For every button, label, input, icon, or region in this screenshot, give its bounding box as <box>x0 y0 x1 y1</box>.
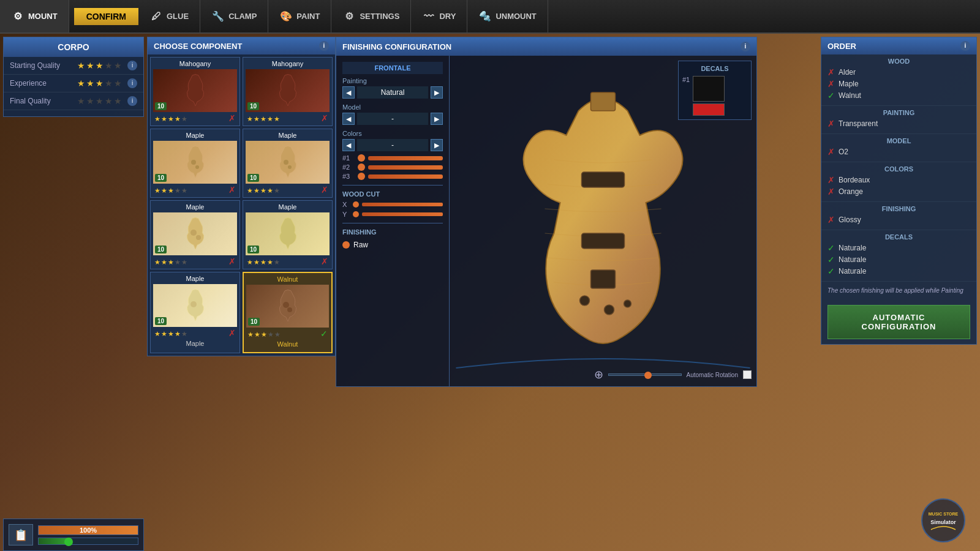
color1-bar <box>368 156 443 160</box>
svg-point-14 <box>624 300 631 307</box>
divider1 <box>342 185 443 186</box>
mount-icon: ⚙ <box>11 10 24 23</box>
finishing-raw-row: Raw <box>342 241 443 249</box>
woodcut-x-dot <box>353 201 359 208</box>
component-img-6: 10 <box>246 212 330 255</box>
final-quality-label: Final Quality <box>10 97 77 105</box>
rotation-track[interactable] <box>608 373 682 376</box>
painting-section-title: Painting <box>342 77 443 84</box>
starting-quality-row: Starting Quality ★ ★ ★ ★ ★ i <box>4 57 143 75</box>
color1-row: #1 <box>342 154 443 162</box>
alder-check-icon: ✗ <box>827 67 835 77</box>
svg-point-6 <box>190 301 197 307</box>
rotation-slider-dot[interactable] <box>644 372 652 379</box>
svg-point-7 <box>283 302 289 308</box>
nav-glue[interactable]: 🖊 GLUE <box>138 0 200 32</box>
svg-point-2 <box>284 160 288 165</box>
delete-icon-4[interactable]: ✗ <box>321 185 328 195</box>
painting-section: Painting ◀ Natural ▶ <box>342 77 443 99</box>
selected-icon-8: ✓ <box>320 329 328 339</box>
auto-config-button[interactable]: AUTOMATIC CONFIGURATION <box>827 305 970 339</box>
order-decal-naturale-2: ✓ Naturale <box>827 255 970 264</box>
svg-rect-11 <box>591 270 616 288</box>
order-info-btn[interactable]: i <box>960 41 970 51</box>
bordeaux-check-icon: ✗ <box>827 175 835 185</box>
woodcut-y-bar <box>362 212 443 216</box>
glossy-check-icon: ✗ <box>827 215 835 225</box>
delete-icon-1[interactable]: ✗ <box>228 113 236 123</box>
colors-prev-btn[interactable]: ◀ <box>342 139 355 151</box>
colors-section-title: Colors <box>342 130 443 137</box>
order-wood-section: WOOD ✗ Alder ✗ Maple ✓ Walnut <box>821 54 976 106</box>
guitar-mini-svg-3 <box>180 144 211 181</box>
final-quality-row: Final Quality ★ ★ ★ ★ ★ i <box>4 92 143 110</box>
frontale-label: FRONTALE <box>342 62 443 74</box>
nav-paint[interactable]: 🎨 PAINT <box>268 0 331 32</box>
color2-bar <box>368 165 443 170</box>
starting-quality-info[interactable]: i <box>127 61 137 70</box>
component-mahogany-2[interactable]: Mahogany 10 ★★★★★ ✗ <box>243 57 333 126</box>
nav-mount-label: MOUNT <box>28 12 58 21</box>
clamp-icon: 🔧 <box>211 10 225 23</box>
delete-icon-2[interactable]: ✗ <box>321 113 328 123</box>
nav-settings[interactable]: ⚙ SETTINGS <box>331 0 411 32</box>
order-painting-section: PAINTING ✗ Transparent <box>821 106 976 134</box>
svg-point-13 <box>605 305 614 315</box>
colors-next-btn[interactable]: ▶ <box>431 139 443 151</box>
component-maple-1[interactable]: Maple 10 ★★★★★ ✗ <box>150 129 240 198</box>
component-img-5: 10 <box>153 212 237 255</box>
component-mahogany-1[interactable]: Mahogany 10 ★★★★★ ✗ <box>150 57 240 126</box>
auto-rotation-checkbox[interactable] <box>743 370 752 379</box>
model-next-btn[interactable]: ▶ <box>431 113 443 125</box>
decals-box: DECALS #1 <box>678 61 752 120</box>
confirm-button[interactable]: CONFIRM <box>74 8 138 25</box>
model-section: Model ◀ - ▶ <box>342 103 443 125</box>
starting-quality-label: Starting Quality <box>10 61 77 70</box>
color2-num: #2 <box>342 163 355 171</box>
order-decal-naturale-1: ✓ Naturale <box>827 243 970 253</box>
corpo-header: CORPO <box>4 37 143 57</box>
component-maple-4[interactable]: Maple 10 ★★★★★ ✗ <box>243 200 333 269</box>
finishing-config-sidebar: FRONTALE Painting ◀ Natural ▶ Model ◀ - … <box>336 56 450 386</box>
color1-dot <box>358 154 365 162</box>
green-slider-dot[interactable] <box>64 538 73 546</box>
model-control: ◀ - ▶ <box>342 113 443 125</box>
finishing-info-btn[interactable]: i <box>741 42 750 51</box>
painting-next-btn[interactable]: ▶ <box>431 86 443 99</box>
delete-icon-7[interactable]: ✗ <box>228 328 236 338</box>
naturale1-label: Naturale <box>839 244 866 252</box>
component-maple-3[interactable]: Maple 10 ★★★★★ ✗ <box>150 200 240 269</box>
nav-clamp[interactable]: 🔧 CLAMP <box>200 0 268 32</box>
component-img-1: 10 <box>153 69 237 112</box>
nav-mount[interactable]: ⚙ MOUNT <box>0 0 69 32</box>
final-quality-info[interactable]: i <box>127 96 137 106</box>
order-decal-naturale-3: ✓ Naturale <box>827 266 970 276</box>
component-maple-2[interactable]: Maple 10 ★★★★★ ✗ <box>243 129 333 198</box>
guitar-mini-svg-4 <box>273 144 303 181</box>
delete-icon-6[interactable]: ✗ <box>321 257 328 266</box>
svg-point-0 <box>191 160 196 165</box>
nav-unmount[interactable]: 🔩 UNMOUNT <box>467 0 548 32</box>
nav-dry[interactable]: 〰 DRY <box>411 0 467 32</box>
experience-info[interactable]: i <box>127 78 137 88</box>
woodcut-y-row: Y <box>342 211 443 218</box>
woodcut-y-dot <box>353 211 359 217</box>
o2-label: O2 <box>839 148 848 156</box>
model-prev-btn[interactable]: ◀ <box>342 113 355 125</box>
painting-prev-btn[interactable]: ◀ <box>342 86 355 99</box>
progress-bar-green <box>38 538 138 545</box>
delete-icon-5[interactable]: ✗ <box>228 257 236 266</box>
colors-control: ◀ - ▶ <box>342 139 443 151</box>
rotation-icon: ⊕ <box>594 368 603 381</box>
nav-settings-label: SETTINGS <box>360 12 399 21</box>
rotation-control: ⊕ Automatic Rotation <box>594 368 752 381</box>
bottom-bar: 📋 100% <box>3 519 144 551</box>
component-info-btn[interactable]: i <box>319 41 329 51</box>
starting-quality-stars: ★ ★ ★ ★ ★ <box>77 61 122 70</box>
auto-rotation-label: Automatic Rotation <box>687 372 739 378</box>
component-walnut-selected[interactable]: Walnut 10 ★★★★★ ✓ Walnut <box>243 272 333 353</box>
component-maple-5[interactable]: Maple 10 ★★★★★ ✗ Maple <box>150 272 240 353</box>
finishing-config-panel: FINISHING CONFIGURATION i FRONTALE Paint… <box>336 37 757 387</box>
svg-point-5 <box>196 235 201 240</box>
delete-icon-3[interactable]: ✗ <box>228 185 236 195</box>
